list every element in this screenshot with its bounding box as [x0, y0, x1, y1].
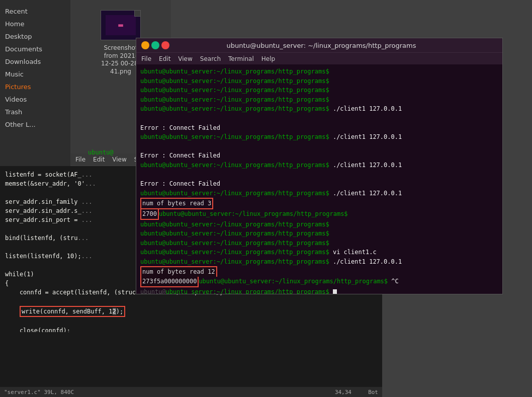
terminal-error-line: Error : Connect Failed [140, 151, 498, 161]
terminal-line: ubuntu@ubuntu_server:~/linux_programs/ht… [140, 229, 498, 239]
sidebar-item-trash[interactable]: Trash [0, 106, 70, 118]
status-bar: "server1.c" 39L, 840C 34,34 Bot [0, 387, 382, 397]
sidebar-item-desktop[interactable]: Desktop [0, 30, 70, 43]
sidebar-item-downloads[interactable]: Downloads [0, 55, 70, 68]
terminal-error-line: Error : Connect Failed [140, 123, 498, 133]
sidebar-item-recent[interactable]: Recent [0, 5, 70, 18]
terminal-line: ubuntu@ubuntu_server:~/linux_programs/ht… [140, 220, 498, 229]
status-position: 34,34 Bot [335, 389, 378, 395]
sidebar-item-music[interactable]: Music [0, 68, 70, 81]
terminal-line: ubuntu@ubuntu_server:~/linux_programs/ht… [140, 189, 498, 198]
file-icon-preview: ■■ [118, 23, 123, 28]
code-line [0, 297, 382, 306]
sidebar-item-other[interactable]: Other L... [0, 118, 70, 131]
terminal-line: ubuntu@ubuntu_server:~/linux_programs/ht… [140, 86, 498, 95]
terminal-line: ubuntu@ubuntu_server:~/linux_programs/ht… [140, 76, 498, 86]
close-button[interactable] [161, 41, 169, 49]
fm-menu-file[interactable]: File [75, 156, 85, 163]
ubuntu-behind-text: ubuntu@ [88, 149, 114, 156]
maximize-button[interactable] [151, 41, 159, 49]
terminal-line: ubuntu@ubuntu_server:~/linux_programs/ht… [140, 95, 498, 105]
terminal-menu-view[interactable]: View [178, 55, 192, 62]
terminal-titlebar: ubuntu@ubuntu_server: ~/linux_programs/h… [136, 38, 502, 52]
file-icon[interactable]: ■■ [101, 10, 141, 40]
terminal-line: ubuntu@ubuntu_server:~/linux_programs/ht… [140, 132, 498, 142]
code-line [0, 317, 382, 326]
sidebar-item-documents[interactable]: Documents [0, 43, 70, 55]
sidebar-item-home[interactable]: Home [0, 18, 70, 30]
terminal-line [140, 114, 498, 123]
file-icon-inner: ■■ [106, 15, 136, 35]
terminal-title: ubuntu@ubuntu_server: ~/linux_programs/h… [169, 42, 473, 49]
terminal-highlight-line2: 2700ubuntu@ubuntu_server:~/linux_program… [140, 209, 498, 220]
code-write-line: write(connfd, sendBuff, 12); [0, 306, 382, 317]
terminal-line: ubuntu@ubuntu_server:~/linux_programs/ht… [140, 161, 498, 170]
terminal-line: ubuntu@ubuntu_server:~/linux_programs/ht… [140, 104, 498, 114]
terminal-menu-file[interactable]: File [141, 55, 151, 62]
terminal-menu-edit[interactable]: Edit [159, 55, 170, 62]
terminal-menubar: File Edit View Search Terminal Help [136, 52, 502, 64]
terminal-controls [141, 41, 169, 49]
terminal-line [140, 170, 498, 180]
terminal-menu-help[interactable]: Help [261, 55, 275, 62]
terminal-line [140, 142, 498, 151]
terminal-highlight-box-line2: 273f5a000000000ubuntu@ubuntu_server:~/li… [140, 277, 498, 287]
sidebar-item-pictures[interactable]: Pictures [0, 81, 70, 93]
file-icon-fold [134, 11, 140, 17]
code-line: close(connfd); [0, 326, 382, 332]
terminal-cursor [333, 289, 337, 294]
terminal-highlight-box-line1: num of bytes read 12 [140, 266, 498, 277]
terminal-line: ubuntu@ubuntu_server:~/linux_programs/ht… [140, 67, 498, 76]
terminal-line: ubuntu@ubuntu_server:~/linux_programs/ht… [140, 257, 498, 267]
status-filename: "server1.c" 39L, 840C [4, 389, 74, 395]
terminal-line: ubuntu@ubuntu_server:~/linux_programs/ht… [140, 248, 498, 257]
terminal-menu-search[interactable]: Search [200, 55, 221, 62]
fm-menu-edit[interactable]: Edit [93, 156, 105, 163]
terminal-prompt-line: ubuntu@ubuntu_server:~/linux_programs/ht… [140, 287, 498, 294]
terminal-window: ubuntu@ubuntu_server: ~/linux_programs/h… [136, 38, 503, 294]
fm-menu-view[interactable]: View [112, 156, 126, 163]
terminal-highlight-line: num of bytes read 3 [140, 198, 498, 209]
screenshot-filename: Screenshotfrom 2021-12-25 00-28-41.png [101, 44, 140, 75]
terminal-error-line: Error : Connect Failed [140, 179, 498, 189]
terminal-menu-terminal[interactable]: Terminal [228, 55, 254, 62]
terminal-line: ubuntu@ubuntu_server:~/linux_programs/ht… [140, 239, 498, 248]
minimize-button[interactable] [141, 41, 149, 49]
terminal-body[interactable]: ubuntu@ubuntu_server:~/linux_programs/ht… [136, 64, 502, 294]
sidebar-item-videos[interactable]: Videos [0, 93, 70, 106]
